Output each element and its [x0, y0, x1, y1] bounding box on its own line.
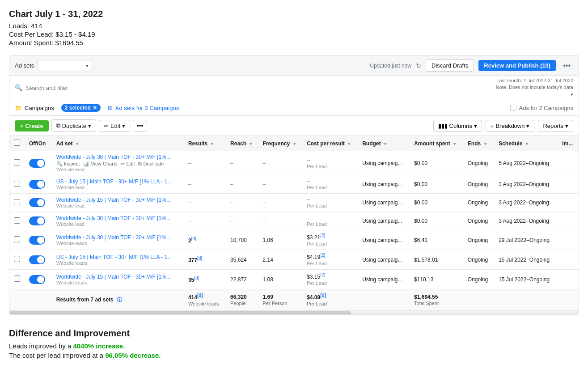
select-all-checkbox[interactable] [14, 140, 20, 146]
columns-button[interactable]: ▮▮▮ Columns ▾ [433, 120, 482, 132]
row-checkbox-cell[interactable] [9, 212, 25, 230]
col-ends[interactable]: Ends ▾ [463, 136, 494, 151]
adsets-select-wrapper[interactable] [38, 60, 91, 71]
adset-link[interactable]: Worldwide - July 30 | Main TOF - 30+ M/F… [56, 154, 171, 160]
col-reach[interactable]: Reach ▾ [226, 136, 258, 151]
summary-section: Chart July 1 - 31, 2022 Leads: 414 Cost … [9, 9, 579, 47]
results-dash: – [188, 160, 191, 166]
amount-value: $0.00 [414, 160, 427, 166]
col-adset[interactable]: Ad set ▾ [52, 136, 184, 151]
col-schedule[interactable]: Schedule ▾ [494, 136, 558, 151]
toggle-container[interactable] [29, 255, 47, 264]
row-checkbox-cell[interactable] [9, 250, 25, 270]
toggle-container[interactable] [29, 159, 47, 168]
row-checkbox[interactable] [14, 236, 20, 242]
reach-cell: 10,700 [226, 230, 258, 250]
nav-ads[interactable]: Ads for 2 Campaigns [510, 105, 573, 111]
toggle-container[interactable] [29, 198, 47, 207]
leads-stat: Leads: 414 [9, 22, 579, 30]
col-amount[interactable]: Amount spent ▾ [410, 136, 463, 151]
reports-chevron-icon: ▾ [565, 123, 568, 129]
cost-value: $4.19 [307, 254, 320, 260]
row-checkbox[interactable] [14, 256, 20, 262]
toggle-container[interactable] [29, 236, 47, 245]
col-budget[interactable]: Budget ▾ [358, 136, 410, 151]
toggle-switch[interactable] [29, 159, 45, 168]
adset-link[interactable]: Worldwide - July 15 | Main TOF - 30+ M/F… [56, 274, 171, 280]
scrollbar-thumb[interactable] [9, 311, 351, 315]
adset-link[interactable]: US - July 15 | Main TOF - 30+ M/F [1% LL… [56, 254, 172, 260]
results-value: 35 [188, 277, 194, 283]
totals-results-sub: Website leads [188, 301, 219, 306]
toggle-switch[interactable] [29, 198, 45, 207]
nav-adsets[interactable]: ⊞ Ad sets for 2 Campaigns [108, 105, 179, 111]
row-checkbox-cell[interactable] [9, 175, 25, 194]
breakdown-button[interactable]: ≡ Breakdown ▾ [486, 120, 535, 132]
budget-sort-icon: ▾ [384, 141, 386, 146]
col-cost[interactable]: Cost per result ▾ [302, 136, 358, 151]
row-checkbox-cell[interactable] [9, 270, 25, 289]
nav-campaigns[interactable]: 📁 Campaigns [15, 105, 54, 111]
toggle-switch[interactable] [29, 255, 45, 264]
date-chevron-icon[interactable]: ▾ [571, 92, 573, 97]
toggle-container[interactable] [29, 275, 47, 284]
adset-link[interactable]: Worldwide - July 15 | Main TOF - 30+ M/F… [56, 197, 171, 203]
duplicate-link[interactable]: ⧉ Duplicate [138, 161, 164, 167]
create-button[interactable]: + Create [15, 120, 49, 131]
edit-link[interactable]: ✏ Edit [121, 161, 135, 167]
toggle-container[interactable] [29, 180, 47, 189]
totals-results-cell: 414[d] Website leads [184, 289, 226, 311]
inspect-link[interactable]: 🔍 Inspect [56, 161, 80, 167]
toggle-switch[interactable] [29, 180, 45, 189]
adset-sublabel: Website leads [56, 280, 179, 285]
review-publish-button[interactable]: Review and Publish (10) [478, 60, 556, 71]
search-input[interactable] [26, 85, 485, 91]
adset-link[interactable]: Worldwide - July 30 | Main TOF - 30+ M/F… [56, 215, 171, 221]
totals-reach-sub: People [230, 301, 245, 306]
edit-icon: ✏ [104, 123, 109, 129]
col-impressions[interactable]: Im... [558, 136, 579, 151]
schedule-value: 29 Jul 2022–Ongoing [499, 237, 550, 243]
amount-cell: $0.00 [410, 151, 463, 175]
edit-button[interactable]: ✏ Edit ▾ [99, 120, 130, 132]
adset-sublabel: Website lead [56, 221, 179, 227]
col-checkbox[interactable] [9, 136, 25, 151]
frequency-cell: – [258, 212, 303, 230]
row-checkbox[interactable] [14, 181, 20, 187]
col-offon[interactable]: Off/On [25, 136, 52, 151]
table-row: Worldwide - July 15 | Main TOF - 30+ M/F… [9, 194, 579, 212]
row-checkbox[interactable] [14, 276, 20, 282]
row-checkbox-cell[interactable] [9, 230, 25, 250]
more-options-button[interactable]: ••• [560, 60, 573, 72]
row-checkbox[interactable] [14, 199, 20, 205]
adset-link[interactable]: Worldwide - July 30 | Main TOF - 30+ M/F… [56, 234, 171, 241]
duplicate-button[interactable]: ⧉ Duplicate ▾ [51, 119, 96, 132]
row-checkbox[interactable] [14, 217, 20, 224]
col-results[interactable]: Results ▾ [184, 136, 226, 151]
toggle-switch[interactable] [29, 275, 45, 284]
reports-button[interactable]: Reports ▾ [538, 120, 573, 132]
toggle-container[interactable] [29, 216, 47, 225]
scrollbar-track[interactable] [9, 311, 579, 314]
toggle-switch[interactable] [29, 236, 45, 245]
adset-link[interactable]: US - July 15 | Main TOF - 30+ M/F [1% LL… [56, 178, 172, 185]
row-checkbox-cell[interactable] [9, 194, 25, 212]
selected-badge-close[interactable]: ✕ [93, 105, 97, 111]
totals-info-icon[interactable]: ⓘ [117, 297, 122, 303]
discard-drafts-button[interactable]: Discard Drafts [426, 59, 474, 72]
row-checkbox[interactable] [14, 159, 20, 165]
refresh-icon[interactable]: ↻ [416, 62, 421, 69]
ends-value: Ongoing [468, 276, 488, 283]
budget-value: Using campaig... [362, 199, 402, 206]
frequency-value: 1.06 [263, 237, 273, 243]
budget-value: Using campaig... [362, 218, 402, 224]
col-frequency[interactable]: Frequency ▾ [258, 136, 303, 151]
row-checkbox-cell[interactable] [9, 151, 25, 175]
results-value: 377 [188, 257, 197, 263]
more-actions-button[interactable]: ••• [133, 120, 147, 132]
viewcharts-link[interactable]: 📊 View Charts [83, 161, 117, 167]
breakdown-icon: ≡ [491, 123, 494, 129]
toggle-switch[interactable] [29, 216, 45, 225]
selected-badge[interactable]: 2 selected ✕ [61, 104, 101, 112]
adsets-select[interactable] [38, 60, 91, 71]
